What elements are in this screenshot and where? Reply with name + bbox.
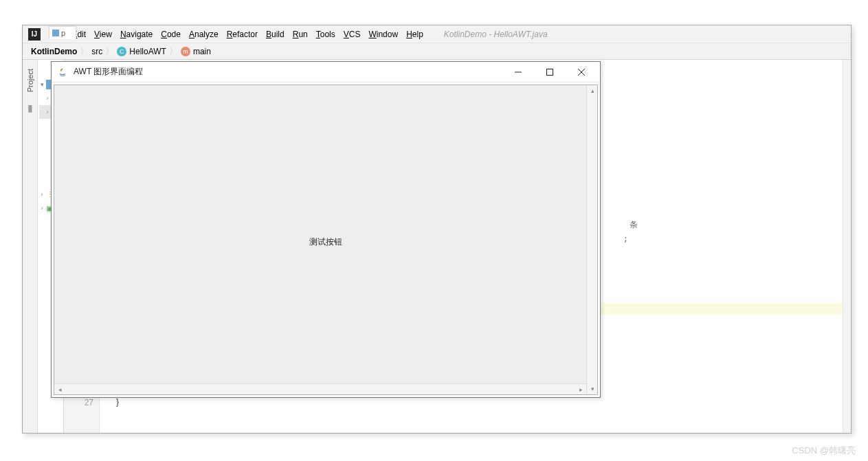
maximize-button[interactable]	[534, 62, 566, 82]
editor-marker-bar[interactable]	[843, 60, 851, 433]
crumb-src[interactable]: src	[87, 47, 107, 56]
crumb-project[interactable]: KotlinDemo	[27, 47, 81, 56]
editor-tab-stub[interactable]: p	[49, 26, 76, 39]
awt-titlebar[interactable]: AWT 图形界面编程	[52, 62, 600, 82]
chevron-right-icon: ›	[39, 191, 45, 198]
menu-code[interactable]: Code	[157, 28, 185, 41]
scroll-up-icon[interactable]: ▴	[587, 85, 598, 96]
crumb-method[interactable]: m main	[177, 47, 215, 56]
menu-run[interactable]: Run	[289, 28, 312, 41]
awt-title-text: AWT 图形界面编程	[74, 66, 502, 78]
scroll-down-icon[interactable]: ▾	[587, 383, 598, 394]
app-icon: IJ	[28, 28, 41, 41]
awt-body: 测试按钮 ▴ ▾ ◂ ▸	[52, 82, 600, 397]
title-tail: KotlinDemo - HelloAWT.java	[444, 30, 548, 39]
tab-icon	[52, 30, 59, 36]
menu-window[interactable]: Window	[364, 28, 402, 41]
awt-scrollbar-vertical[interactable]: ▴ ▾	[586, 85, 597, 394]
java-icon	[57, 67, 68, 78]
tab-stub-text: p	[61, 29, 65, 37]
code-fragment: ;	[623, 233, 628, 245]
class-icon: C	[117, 47, 126, 56]
menu-vcs[interactable]: VCS	[340, 28, 365, 41]
menu-help[interactable]: Help	[402, 28, 427, 41]
minimize-button[interactable]	[502, 62, 534, 82]
menu-view[interactable]: View	[90, 28, 116, 41]
awt-panel: 测试按钮 ▴ ▾ ◂ ▸	[54, 85, 598, 395]
project-tool-tab[interactable]: Project	[25, 65, 35, 95]
crumb-file-label: HelloAWT	[129, 47, 166, 56]
menu-navigate[interactable]: Navigate	[116, 28, 157, 41]
side-tool-strip: Project ▮	[23, 60, 38, 433]
awt-window[interactable]: AWT 图形界面编程 测试按钮 ▴ ▾ ◂ ▸	[51, 61, 601, 398]
method-icon: m	[181, 47, 190, 56]
chevron-right-icon: ›	[39, 205, 45, 212]
menu-refactor[interactable]: Refactor	[223, 28, 262, 41]
breadcrumb-bar: KotlinDemo 〉 src 〉 C HelloAWT 〉 m main	[23, 43, 851, 60]
awt-scrollbar-horizontal[interactable]: ◂ ▸	[54, 383, 586, 394]
code-fragment: 条	[630, 219, 638, 231]
code-line: }	[116, 396, 851, 408]
svg-rect-1	[547, 69, 553, 75]
menubar: IJ File Edit View Navigate Code Analyze …	[23, 25, 851, 43]
test-button[interactable]: 测试按钮	[309, 236, 342, 248]
folder-icon: ▮	[27, 102, 33, 113]
close-button[interactable]	[566, 62, 597, 82]
crumb-file[interactable]: C HelloAWT	[113, 47, 170, 56]
crumb-method-label: main	[193, 47, 211, 56]
chevron-right-icon: ›	[45, 95, 50, 102]
line-number: 27	[64, 397, 93, 409]
scroll-right-icon[interactable]: ▸	[575, 384, 586, 395]
chevron-down-icon: ▾	[39, 81, 45, 88]
chevron-right-icon: ›	[45, 109, 50, 115]
watermark: CSDN @韩曙亮	[792, 445, 856, 457]
menu-tools[interactable]: Tools	[312, 28, 340, 41]
menu-build[interactable]: Build	[262, 28, 289, 41]
menu-analyze[interactable]: Analyze	[185, 28, 223, 41]
scroll-left-icon[interactable]: ◂	[54, 384, 65, 395]
